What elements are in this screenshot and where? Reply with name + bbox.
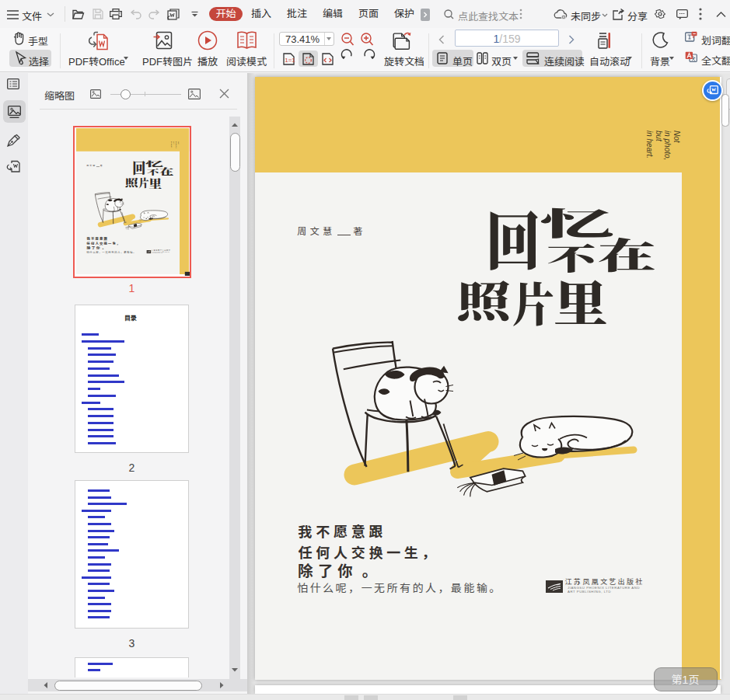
svg-text:1=1: 1=1 — [285, 57, 295, 64]
